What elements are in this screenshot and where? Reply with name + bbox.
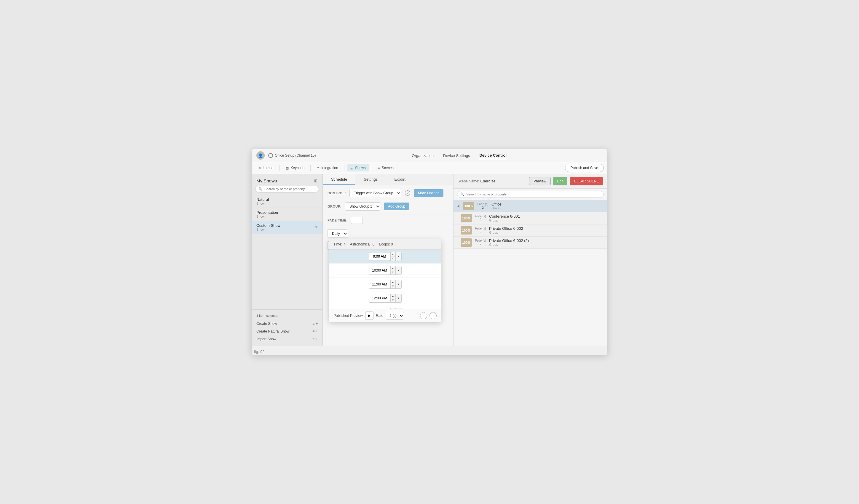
tab-export[interactable]: Export: [386, 174, 414, 185]
time-down-3[interactable]: ▼: [391, 298, 395, 302]
plus-icon: +: [316, 321, 318, 326]
time-input-0[interactable]: ▲ ▼ ▼: [369, 252, 402, 261]
time-value-0[interactable]: [369, 253, 390, 260]
time-up-3[interactable]: ▲: [391, 294, 395, 298]
nav-organization[interactable]: Organization: [412, 152, 434, 159]
menu-icon-2: ≡: [313, 329, 315, 333]
toolbar-btn-lamps[interactable]: ○ Lamps: [255, 164, 277, 171]
time-down-2[interactable]: ▼: [391, 284, 395, 288]
scene-name-value: Energize: [480, 179, 495, 183]
help-icon[interactable]: ?: [405, 190, 410, 196]
trash-icon[interactable]: 🗑: [314, 178, 318, 183]
time-value-1[interactable]: [369, 267, 390, 273]
control-label: CONTROL:: [328, 191, 346, 195]
time-down-0[interactable]: ▼: [391, 256, 395, 261]
scene-search-input[interactable]: [466, 192, 601, 196]
time-row-1: ▲ ▼ ▼: [329, 264, 441, 278]
scene-search[interactable]: 🔍: [457, 191, 604, 198]
recurrence-select[interactable]: Daily: [328, 230, 348, 238]
collapse-icon[interactable]: ◀: [457, 204, 459, 208]
integration-icon: ✦: [317, 166, 319, 170]
time-arrow-3[interactable]: ▼: [395, 294, 401, 302]
right-panel: Scene Name: Energize Preview Edit CLEAR …: [453, 174, 607, 346]
group-label: GROUP:: [328, 205, 342, 208]
time-input-3[interactable]: ▲ ▼ ▼: [369, 294, 402, 303]
toolbar-btn-integration[interactable]: ✦ Integration: [313, 164, 342, 171]
toolbar-btn-shows[interactable]: ◎ Shows: [347, 164, 369, 171]
tab-schedule[interactable]: Schedule: [323, 174, 356, 185]
rate-select[interactable]: 2 (s): [386, 312, 404, 319]
time-arrow-4[interactable]: ▼: [395, 308, 401, 309]
add-time-button[interactable]: +: [430, 312, 437, 319]
sidebar: My Shows 🗑 🔍 Natural Show Presentation S…: [252, 174, 323, 346]
scene-search-icon: 🔍: [460, 192, 465, 196]
group-select[interactable]: Show Group 1: [345, 202, 380, 210]
time-spinners-2: ▲ ▼: [390, 280, 395, 288]
preview-button[interactable]: Preview: [529, 177, 551, 185]
show-item-natural[interactable]: Natural Show: [252, 195, 322, 208]
menu-icon: ≡: [313, 321, 315, 326]
scene-name-group: Scene Name: Energize: [458, 179, 496, 183]
create-natural-show-button[interactable]: Create Natural Show ≡ +: [252, 328, 322, 335]
control-select[interactable]: Trigger with Show Group: [349, 189, 401, 197]
fade-label-2: Fade (s): [475, 227, 486, 230]
import-show-button[interactable]: Import Show ≡ +: [252, 335, 322, 343]
scene-group-private-2[interactable]: 100% Fade (s) 2 Private Office 6-002 (2)…: [453, 237, 607, 249]
time-input-4[interactable]: ▲ ▼ ▼: [369, 308, 402, 309]
show-item-custom-type: Show: [256, 228, 281, 231]
main-content: My Shows 🗑 🔍 Natural Show Presentation S…: [252, 174, 607, 346]
publish-save-button[interactable]: Publish and Save: [565, 164, 604, 172]
time-row-2: ▲ ▼ ▼: [329, 278, 441, 292]
time-arrow-1[interactable]: ▼: [395, 266, 401, 274]
nav-device-settings[interactable]: Device Settings: [443, 152, 470, 159]
create-show-icons: ≡ +: [313, 321, 318, 326]
create-show-button[interactable]: Create Show ≡ +: [252, 320, 322, 328]
show-item-custom[interactable]: Custom Show Show ✎: [252, 221, 322, 234]
sidebar-search[interactable]: 🔍: [255, 186, 319, 192]
play-button[interactable]: ▶: [365, 312, 374, 320]
import-show-label: Import Show: [256, 337, 276, 341]
show-item-presentation-name: Presentation: [256, 210, 318, 215]
time-up-0[interactable]: ▲: [391, 252, 395, 256]
time-value-2[interactable]: [369, 281, 390, 287]
toolbar: ○ Lamps ▤ Keypads ✦ Integration ◎ Shows …: [252, 162, 607, 174]
published-preview-label: Published Preview: [333, 314, 363, 318]
time-value-3[interactable]: [369, 295, 390, 301]
user-icon[interactable]: 👤: [256, 151, 265, 160]
scene-group-office[interactable]: ◀ 100% Fade (s) 2 Office Group: [453, 200, 607, 212]
show-list: Natural Show Presentation Show Custom Sh…: [252, 195, 322, 310]
time-input-1[interactable]: ▲ ▼ ▼: [369, 266, 402, 275]
show-item-edit-icon[interactable]: ✎: [315, 225, 318, 229]
tabs-row: Schedule Settings Export: [323, 174, 453, 185]
dropdown-header: Time: 7 Astronomical: 0 Loops: 0: [329, 239, 441, 250]
group-info-3: Private Office 6-002 (2) Group: [489, 238, 529, 246]
toolbar-btn-scenes[interactable]: ≡ Scenes: [374, 164, 397, 171]
clear-scene-button[interactable]: CLEAR SCENE: [570, 177, 603, 185]
toolbar-divider-4: [372, 165, 372, 171]
tab-settings[interactable]: Settings: [356, 174, 386, 185]
time-down-1[interactable]: ▼: [391, 270, 395, 274]
time-up-2[interactable]: ▲: [391, 280, 395, 284]
edit-button[interactable]: Edit: [553, 177, 568, 185]
scene-group-private-1[interactable]: 100% Fade (s) 2 Private Office 6-002 Gro…: [453, 224, 607, 237]
preview-controls: Published Preview ▶ Rate 2 (s): [333, 312, 404, 320]
add-group-button[interactable]: Add Group: [384, 203, 409, 210]
time-up-1[interactable]: ▲: [391, 266, 395, 270]
scene-group-conference[interactable]: 100% Fade (s) 2 Conference 6-001 Group: [453, 212, 607, 224]
astronomical-label: Astronomical: 0: [350, 242, 375, 246]
more-options-button[interactable]: More Options: [414, 189, 443, 197]
time-arrow-2[interactable]: ▼: [395, 280, 401, 288]
office-name: Office Setup (Channel 15): [275, 153, 316, 158]
create-show-label: Create Show: [256, 321, 277, 326]
nav-device-control[interactable]: Device Control: [479, 152, 507, 159]
group-info-0: Office Group: [492, 202, 501, 210]
sidebar-search-input[interactable]: [265, 187, 316, 191]
toolbar-btn-keypads[interactable]: ▤ Keypads: [282, 164, 308, 171]
show-item-presentation[interactable]: Presentation Show: [252, 208, 322, 221]
time-up-4[interactable]: ▲: [391, 308, 395, 309]
fade-val-3: 2: [480, 242, 481, 246]
remove-time-button[interactable]: −: [420, 312, 427, 319]
fade-input[interactable]: 0: [351, 217, 363, 224]
time-input-2[interactable]: ▲ ▼ ▼: [369, 280, 402, 289]
time-arrow-0[interactable]: ▼: [395, 252, 401, 261]
